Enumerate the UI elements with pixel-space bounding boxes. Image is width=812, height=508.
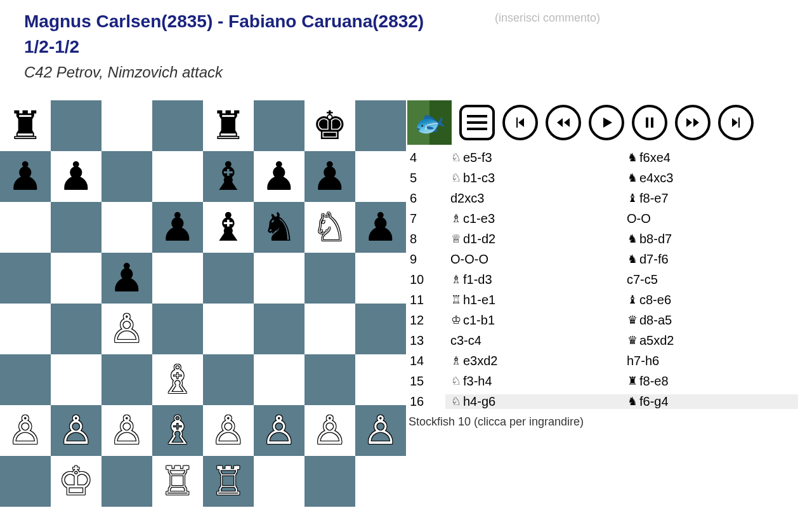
menu-button[interactable] — [459, 105, 495, 140]
chess-piece[interactable]: ♚ — [312, 106, 348, 145]
white-move[interactable]: d2xc3 — [445, 191, 622, 206]
pause-button[interactable] — [632, 105, 667, 140]
square[interactable] — [0, 202, 51, 253]
square[interactable]: ♙ — [51, 405, 102, 456]
square[interactable] — [152, 100, 203, 151]
last-move-button[interactable] — [718, 105, 754, 140]
square[interactable] — [254, 304, 304, 354]
white-move[interactable]: c3-c4 — [445, 333, 622, 348]
black-move[interactable]: O-O — [622, 211, 798, 226]
chess-piece[interactable]: ♙ — [312, 411, 348, 450]
black-move[interactable]: ♞b8-d7 — [622, 232, 798, 246]
black-move[interactable]: c7-c5 — [622, 272, 798, 287]
white-move[interactable]: ♘h4-g6 — [445, 394, 622, 409]
square[interactable] — [304, 304, 355, 354]
square[interactable] — [355, 253, 406, 304]
chess-piece[interactable]: ♗ — [160, 360, 195, 399]
square[interactable] — [355, 151, 406, 202]
square[interactable]: ♟ — [152, 202, 203, 253]
square[interactable]: ♙ — [304, 405, 355, 456]
square[interactable]: ♙ — [355, 405, 406, 456]
rewind-button[interactable] — [546, 105, 581, 140]
square[interactable]: ♙ — [254, 405, 304, 456]
square[interactable]: ♗ — [152, 354, 203, 405]
white-move[interactable]: ♗e3xd2 — [445, 354, 622, 368]
white-move[interactable]: ♘e5-f3 — [445, 150, 622, 165]
square[interactable]: ♞ — [254, 202, 304, 253]
white-move[interactable]: ♗f1-d3 — [445, 272, 622, 287]
square[interactable]: ♟ — [102, 253, 152, 304]
chess-piece[interactable]: ♗ — [160, 411, 195, 450]
square[interactable] — [254, 253, 304, 304]
chess-piece[interactable]: ♟ — [312, 157, 348, 196]
chess-piece[interactable]: ♙ — [363, 411, 398, 450]
black-move[interactable]: ♞f6-g4 — [622, 394, 798, 409]
black-move[interactable]: ♞e4xc3 — [622, 171, 798, 185]
square[interactable]: ♟ — [0, 151, 51, 202]
square[interactable]: ♜ — [0, 100, 51, 151]
black-move[interactable]: h7-h6 — [622, 354, 798, 368]
square[interactable] — [304, 456, 355, 507]
square[interactable]: ♔ — [51, 456, 102, 507]
chess-piece[interactable]: ♜ — [8, 106, 43, 145]
square[interactable] — [0, 354, 51, 405]
square[interactable]: ♖ — [203, 456, 254, 507]
white-move[interactable]: ♘f3-h4 — [445, 374, 622, 389]
black-move[interactable]: ♞f6xe4 — [622, 150, 798, 165]
square[interactable] — [51, 202, 102, 253]
square[interactable]: ♝ — [203, 202, 254, 253]
square[interactable] — [0, 456, 51, 507]
square[interactable]: ♟ — [304, 151, 355, 202]
chess-board[interactable]: ♜♜♚♟♟♝♟♟♟♝♞♘♟♟♙♗♙♙♙♗♙♙♙♙♔♖♖ — [0, 100, 406, 507]
chess-piece[interactable]: ♙ — [261, 411, 297, 450]
square[interactable]: ♙ — [0, 405, 51, 456]
comment-input[interactable]: (inserisci commento) — [495, 11, 600, 25]
square[interactable] — [51, 100, 102, 151]
square[interactable]: ♟ — [51, 151, 102, 202]
white-move[interactable]: ♕d1-d2 — [445, 232, 622, 246]
square[interactable] — [203, 253, 254, 304]
chess-piece[interactable]: ♝ — [211, 157, 246, 196]
chess-piece[interactable]: ♙ — [109, 309, 145, 349]
white-move[interactable]: O-O-O — [445, 252, 622, 267]
square[interactable] — [102, 456, 152, 507]
square[interactable]: ♘ — [304, 202, 355, 253]
forward-button[interactable] — [675, 105, 710, 140]
black-move[interactable]: ♞d7-f6 — [622, 252, 798, 267]
square[interactable] — [102, 202, 152, 253]
chess-piece[interactable]: ♜ — [211, 106, 246, 145]
chess-piece[interactable]: ♟ — [261, 157, 297, 196]
white-move[interactable]: ♔c1-b1 — [445, 313, 622, 328]
square[interactable]: ♙ — [102, 405, 152, 456]
chess-piece[interactable]: ♙ — [8, 411, 43, 450]
black-move[interactable]: ♛a5xd2 — [622, 333, 798, 348]
square[interactable] — [102, 100, 152, 151]
chess-piece[interactable]: ♙ — [211, 411, 246, 450]
chess-piece[interactable]: ♙ — [109, 411, 145, 450]
chess-piece[interactable]: ♞ — [261, 208, 297, 247]
square[interactable] — [152, 151, 203, 202]
square[interactable]: ♟ — [355, 202, 406, 253]
play-button[interactable] — [589, 105, 624, 140]
square[interactable]: ♜ — [203, 100, 254, 151]
square[interactable]: ♝ — [203, 151, 254, 202]
chess-piece[interactable]: ♟ — [8, 157, 43, 196]
square[interactable] — [0, 304, 51, 354]
white-move[interactable]: ♘b1-c3 — [445, 171, 622, 185]
engine-output-label[interactable]: Stockfish 10 (clicca per ingrandire) — [407, 415, 811, 429]
square[interactable] — [51, 253, 102, 304]
chess-piece[interactable]: ♟ — [160, 208, 195, 247]
black-move[interactable]: ♛d8-a5 — [622, 313, 798, 328]
square[interactable] — [355, 304, 406, 354]
square[interactable]: ♖ — [152, 456, 203, 507]
square[interactable]: ♟ — [254, 151, 304, 202]
square[interactable]: ♚ — [304, 100, 355, 151]
black-move[interactable]: ♜f8-e8 — [622, 374, 798, 389]
square[interactable] — [203, 304, 254, 354]
square[interactable] — [152, 253, 203, 304]
square[interactable] — [304, 253, 355, 304]
white-move[interactable]: ♖h1-e1 — [445, 293, 622, 307]
square[interactable] — [254, 100, 304, 151]
square[interactable] — [0, 253, 51, 304]
engine-toggle-button[interactable]: 🐟 — [407, 100, 452, 145]
